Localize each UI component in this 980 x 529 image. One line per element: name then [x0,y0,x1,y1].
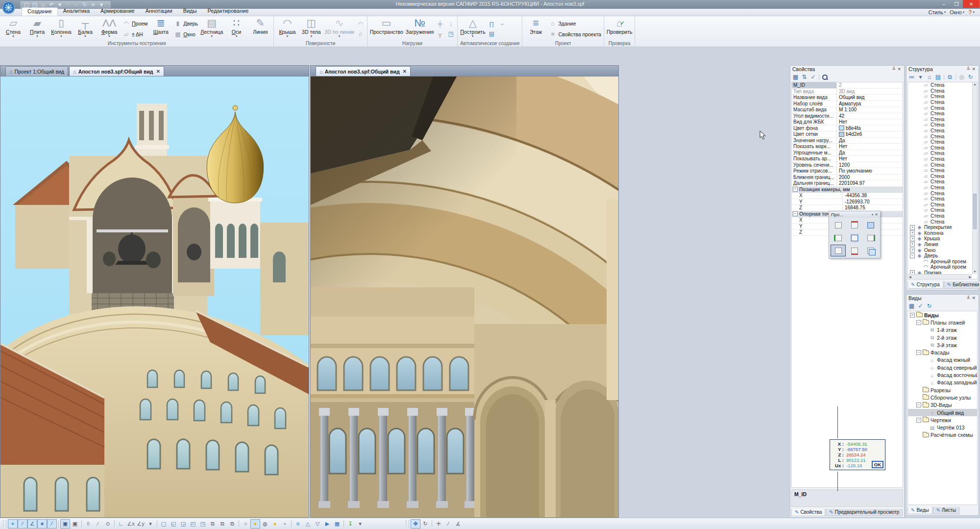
ortho-mode-icon[interactable]: ∟ [116,519,126,529]
clone-view-3-icon[interactable]: ⧉ [227,519,237,529]
visibility-on-icon[interactable]: ● [250,519,260,529]
ucs-x-icon[interactable]: ∠x [126,519,136,529]
tree-item-общий-вид[interactable]: +⌂Общий вид [908,409,977,416]
measure-tool-icon[interactable]: ∕ [443,519,453,529]
home-icon[interactable]: ⌂ [926,74,932,80]
view-cube-iso-icon[interactable]: ◳ [198,519,208,529]
measure-angle-tool-icon[interactable]: ∡ [453,519,463,529]
projection-rotate-button[interactable] [831,245,846,256]
axis-tool-icon[interactable]: ∕ [93,519,103,529]
property-value[interactable]: 42 [837,113,903,119]
pin-icon[interactable]: ╨ [966,296,971,301]
menu-tab-виды[interactable]: Виды [178,7,202,15]
tree-item-сборочные-узлы[interactable]: +Сборочные узлы [908,394,977,401]
visibility-off-icon[interactable]: ○ [241,519,250,529]
tree-item-стена[interactable]: +▱Стена [908,162,977,168]
table-view-icon[interactable]: ▦ [332,519,342,529]
ribbon-button-шахта[interactable]: ≣Шахта [149,17,172,41]
piles-icon[interactable]: ∏ [488,21,495,27]
view-cube-left-icon[interactable]: ◲ [178,519,188,529]
ribbon-button-балка[interactable]: ┬Балка▼ [74,17,97,41]
expander-icon[interactable]: − [916,418,921,423]
property-section-header[interactable]: −Позиция камеры, мм [792,187,903,193]
property-value[interactable]: Да [837,150,903,156]
menu-окно[interactable]: Окно▾ [948,9,966,15]
filter-icon[interactable]: ≔ [908,74,915,80]
restore-button[interactable]: ❐ [950,0,963,8]
close-panel-icon[interactable]: ✕ [971,296,977,301]
property-value[interactable]: Нет [837,156,903,162]
tree-item-стена[interactable]: +▱Стена [908,207,977,213]
snap-overflow-icon[interactable]: ▾ [146,519,155,529]
ribbon-button-лестница[interactable]: ▤Лестница▼ [199,17,224,41]
snap-angle-icon[interactable]: ∠ [27,519,37,529]
tree-item-стена[interactable]: +▱Стена [908,100,977,105]
property-value[interactable]: 2000 [837,175,903,180]
ribbon-button-оси[interactable]: ∷Оси▼ [224,17,248,41]
property-value[interactable]: Нет [837,119,903,125]
ribbon-button-3d-тела[interactable]: ◫3D тела▼ [299,17,323,41]
ribbon-button-загружения[interactable]: №Загружения [405,17,435,41]
expander-icon[interactable]: + [910,236,915,241]
layers-list-icon[interactable]: ≡ [293,519,303,529]
expander-icon[interactable]: + [910,225,915,230]
categorized-view-icon[interactable]: ▦ [792,74,799,80]
tree-item-арочный-проем[interactable]: +◠Арочный проем [908,258,977,264]
collapse-icon[interactable]: − [793,211,798,216]
clone-view-1-icon[interactable]: ⧉ [208,519,218,529]
expander-icon[interactable]: − [916,350,921,355]
apply-check-icon[interactable]: ✓ [917,302,924,309]
distload-icon[interactable]: ╥ [436,30,444,37]
projection-fit-button[interactable] [847,232,862,244]
structure-horizontal-scrollbar[interactable]: ◀▶ [908,274,972,279]
viewport-tab-апостол-нов3-spf-общий-вид[interactable]: ⌂Апостол нов3.spf:Общий вид✕ [69,66,164,76]
visibility-aux-icon[interactable]: ∘ [280,519,290,529]
tree-item-арочный-проем[interactable]: +◠Арочный проем [908,264,977,270]
viewport-tab-апостол-нов3-spf-общий-вид[interactable]: ⌂Апостол нов3.spf:Общий вид✕ [316,66,411,76]
orbit-tool-icon[interactable]: ↻ [420,519,430,529]
tree-item-фасад-северный[interactable]: +⌂Фасад северный [908,364,977,371]
property-value[interactable]: 16848.75 [843,205,903,211]
collapse-icon[interactable]: − [793,187,798,192]
close-button[interactable]: ✕ [963,0,980,8]
app-logo-icon[interactable] [2,1,15,14]
tree-item-крыша[interactable]: +◈Крыша [908,236,977,242]
tree-item-3-й-этаж[interactable]: +⧉3-й этаж [908,341,977,349]
tree-item-перекрытие[interactable]: +◈Перекрытие [908,225,977,230]
property-value[interactable]: -126993.70 [843,199,903,205]
tree-item-стена[interactable]: +▱Стена [908,151,977,156]
panel-tab-предварительный-просмотр[interactable]: ✎Предварительный просмотр [826,509,903,516]
tree-item-стена[interactable]: +▱Стена [908,117,977,123]
tree-item-стена[interactable]: +▱Стена [908,174,977,179]
tree-item-2-й-этаж[interactable]: +⧉2-й этаж [908,334,977,341]
property-value[interactable]: b8e4fa [837,126,903,131]
projection-isometric-button[interactable] [831,219,846,231]
tree-item-планы-этажей[interactable]: −Планы этажей [908,319,977,326]
palette-close-icon[interactable]: ✕ [873,212,878,217]
ok-button[interactable]: OK [872,461,883,468]
menu-стиль[interactable]: Стиль▾ [927,9,947,15]
visibility-group-icon[interactable]: ◍ [260,519,270,529]
statusbar-overflow-icon[interactable]: ▾ [355,519,365,529]
apply-check-icon[interactable]: ✓ [810,74,816,80]
tree-item-стена[interactable]: +▱Стена [908,190,977,196]
pin-icon[interactable]: ╨ [966,67,971,72]
tree-item-стена[interactable]: +▱Стена [908,179,977,185]
viewport-tab-проект-1-общий-вид[interactable]: ⌂Проект 1:Общий вид [5,66,68,76]
ribbon-button-стена[interactable]: ▱Стена▼ [1,17,25,41]
property-value[interactable]: 1200 [837,162,903,168]
tree-item-стена[interactable]: +▱Стена [908,202,977,207]
projection-front-button[interactable] [863,219,879,231]
property-value[interactable]: 3D вид [837,89,903,95]
tree-item-чертежи[interactable]: −Чертежи [908,416,977,424]
workplane-icon[interactable]: ◊ [83,519,93,529]
marks-toggle-icon[interactable]: △ [303,519,313,529]
tree-item-стена[interactable]: +▱Стена [908,128,977,134]
panel-tab-структура[interactable]: ✎Структура [907,281,943,289]
center-snap-icon[interactable]: ⊙ [103,519,113,529]
snap-node-icon[interactable]: + [8,519,18,529]
tree-item-стена[interactable]: +▱Стена [908,88,977,94]
property-value[interactable]: 2 [837,82,903,88]
help-menu[interactable]: ?▾ [967,9,976,16]
ribbon-button-окно[interactable]: ▦Окно [174,30,198,39]
